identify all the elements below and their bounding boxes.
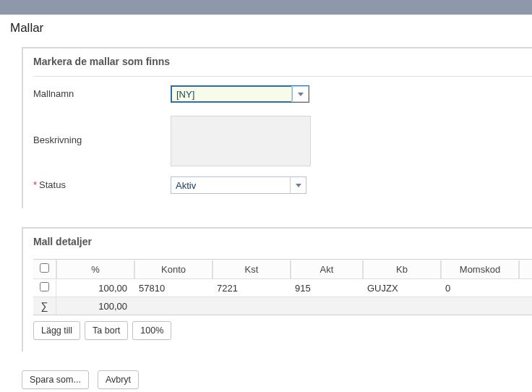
remove-button[interactable]: Ta bort: [85, 321, 128, 340]
combo-status[interactable]: [171, 176, 306, 194]
label-mallnamn: Mallnamn: [33, 85, 171, 99]
col-kst: Kst: [213, 260, 291, 278]
panel-details: Mall detaljer % Konto Kst Akt Kb Momskod…: [22, 227, 532, 351]
panel-templates-heading: Markera de mallar som finns: [33, 56, 532, 77]
panel-templates: Markera de mallar som finns Mallnamn Bes…: [22, 47, 532, 208]
required-asterisk: *: [33, 179, 37, 190]
input-mallnamn[interactable]: [172, 87, 288, 101]
cell-mom: [519, 285, 532, 291]
add-button[interactable]: Lägg till: [33, 321, 80, 340]
label-beskrivning: Beskrivning: [33, 116, 171, 145]
chevron-down-icon: [298, 93, 304, 96]
dropdown-mallnamn-button[interactable]: [292, 87, 308, 101]
label-status: *Status: [33, 176, 171, 190]
hundred-percent-button[interactable]: 100%: [132, 321, 171, 340]
col-kb: Kb: [363, 260, 441, 278]
dropdown-status-button[interactable]: [290, 177, 306, 193]
label-status-text: Status: [39, 179, 66, 190]
cell-percent: 100,00: [56, 280, 134, 297]
input-status[interactable]: [171, 177, 290, 193]
details-grid: % Konto Kst Akt Kb Momskod Mom 100,00 57…: [33, 259, 532, 315]
save-as-button[interactable]: Spara som...: [22, 370, 89, 389]
sum-percent: 100,00: [56, 298, 134, 315]
checkbox-row[interactable]: [40, 282, 49, 291]
col-percent: %: [56, 260, 134, 278]
table-sum-row: ∑ 100,00: [33, 297, 532, 315]
cell-kst: 7221: [213, 280, 291, 297]
textarea-beskrivning[interactable]: [171, 116, 311, 166]
window-topbar: [0, 0, 532, 14]
page-title: Mallar: [0, 14, 532, 43]
header-select-all[interactable]: [33, 260, 56, 278]
col-mom: Mom: [519, 260, 532, 278]
cell-kb: GUJZX: [363, 280, 441, 297]
cancel-button[interactable]: Avbryt: [98, 370, 139, 389]
table-row[interactable]: 100,00 57810 7221 915 GUJZX 0: [33, 278, 532, 297]
chevron-down-icon: [296, 184, 301, 187]
combo-mallnamn[interactable]: [171, 85, 309, 103]
checkbox-select-all[interactable]: [40, 263, 49, 273]
cell-akt: 915: [291, 280, 363, 297]
col-momskod: Momskod: [441, 260, 519, 278]
col-akt: Akt: [291, 260, 363, 278]
cell-momskod: 0: [441, 280, 519, 297]
col-konto: Konto: [134, 260, 213, 278]
panel-details-heading: Mall detaljer: [33, 236, 532, 256]
cell-konto: 57810: [134, 280, 213, 297]
grid-header-row: % Konto Kst Akt Kb Momskod Mom: [33, 260, 532, 278]
sigma-icon: ∑: [33, 297, 56, 315]
